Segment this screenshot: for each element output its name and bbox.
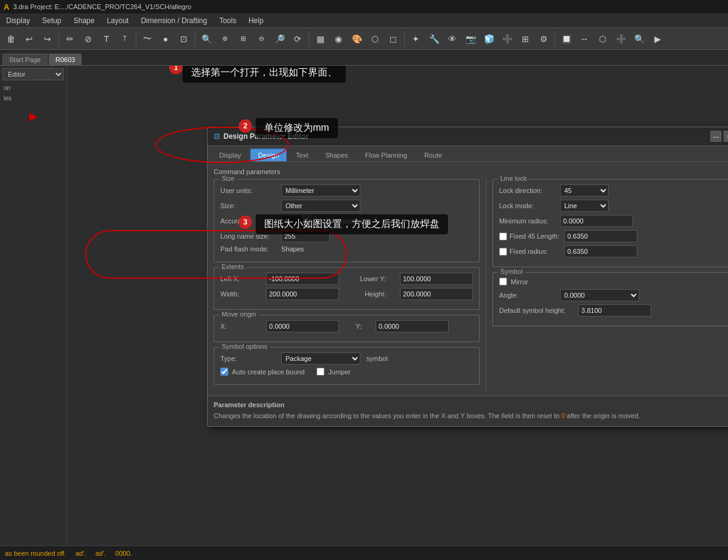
pad-flash-value: Shapes <box>281 245 304 253</box>
toolbar-zoom-fit[interactable]: ⊞ <box>234 30 251 47</box>
menu-help[interactable]: Help <box>242 15 270 26</box>
fixed45-checkbox[interactable] <box>499 233 507 240</box>
annotation-text-2: 单位修改为mm <box>256 118 338 138</box>
toolbar-frame[interactable]: 🔲 <box>558 30 575 47</box>
size-select[interactable]: Other A B <box>281 200 360 212</box>
menu-layout[interactable]: Layout <box>100 15 135 26</box>
auto-create-checkbox[interactable] <box>220 368 228 376</box>
menu-display[interactable]: Display <box>0 15 36 26</box>
extents-row-2: Width: Height: <box>220 288 473 300</box>
annotation-text-3: 图纸大小如图设置，方便之后我们放焊盘 <box>256 214 448 234</box>
sidebar-label-on: on <box>0 83 66 93</box>
width-input[interactable] <box>266 288 339 300</box>
toolbar-gear[interactable]: ⚙ <box>535 30 552 47</box>
sidebar-arrow: ▶ <box>0 103 66 129</box>
toolbar-text2[interactable]: T <box>116 30 133 47</box>
toolbar-delete[interactable]: 🗑 <box>2 30 19 47</box>
menu-setup[interactable]: Setup <box>36 15 67 26</box>
toolbar-zoom3[interactable]: 🔎 <box>271 30 288 47</box>
toolbar-3d[interactable]: 🧊 <box>480 30 497 47</box>
toolbar-rect[interactable]: ⊡ <box>175 30 192 47</box>
toolbar-text1[interactable]: T <box>98 30 115 47</box>
toolbar-refresh[interactable]: ⟳ <box>289 30 306 47</box>
sidebar-label-les: les <box>0 93 66 103</box>
default-height-input[interactable] <box>578 304 651 317</box>
toolbar-search[interactable]: 🔍 <box>631 30 648 47</box>
height-input[interactable] <box>400 288 473 300</box>
fixed45-label: Fixed 45 Length: <box>509 233 564 240</box>
toolbar-wrench[interactable]: 🔧 <box>425 30 443 47</box>
size-row: Size: Other A B <box>220 200 473 212</box>
origin-y-input[interactable] <box>376 320 449 332</box>
toolbar-arrows[interactable]: ↔ <box>576 30 593 47</box>
tab-display[interactable]: Display <box>211 149 249 161</box>
toolbar-plus2[interactable]: ➕ <box>612 30 629 47</box>
toolbar-sep-4 <box>309 32 309 46</box>
dialog-minimize[interactable]: — <box>710 131 721 142</box>
lower-y-input[interactable] <box>400 273 473 285</box>
main-content: 1 选择第一个打开，出现如下界面、 ⊡ Design Parameter Edi… <box>67 66 728 545</box>
jumper-checkbox[interactable] <box>317 368 324 376</box>
right-column: Line lock Lock direction: 45 90 Lock mod… <box>486 179 728 390</box>
toolbar-eye[interactable]: 👁 <box>444 30 461 47</box>
toolbar-pencil[interactable]: ✏ <box>61 30 79 47</box>
toolbar-zoom-out[interactable]: 🔍 <box>198 30 215 47</box>
fixed45-input[interactable] <box>564 230 637 242</box>
toolbar-camera[interactable]: 📷 <box>462 30 479 47</box>
tab-shapes[interactable]: Shapes <box>318 149 356 161</box>
user-units-select[interactable]: Millimeter Inch <box>281 184 360 197</box>
toolbar-star[interactable]: ✦ <box>407 30 424 47</box>
mirror-checkbox[interactable] <box>499 278 507 285</box>
toolbar-zoom-in[interactable]: ⊕ <box>216 30 233 47</box>
line-lock-group: Line lock Lock direction: 45 90 Lock mod… <box>492 179 728 267</box>
main-layout: Editor on les ▶ 1 选择第一个打开，出现如下界面、 ⊡ Desi… <box>0 66 728 545</box>
min-radius-input[interactable] <box>560 215 633 227</box>
menu-dimension-drafting[interactable]: Dimension / Drafting <box>135 15 213 26</box>
lock-mode-select[interactable]: Line Arc <box>560 200 609 212</box>
toolbar-sep-6 <box>555 32 555 46</box>
toolbar-zoom2[interactable]: ⊖ <box>253 30 270 47</box>
toolbar-redo[interactable]: ↪ <box>39 30 56 47</box>
tab-route[interactable]: Route <box>416 149 450 161</box>
desc-before: Changes the location of the drawing acco… <box>214 412 559 419</box>
toolbar-square[interactable]: ◻ <box>385 30 402 47</box>
user-units-row: User units: Millimeter Inch <box>220 184 473 197</box>
toolbar-sep-2 <box>136 32 136 46</box>
toolbar-target[interactable]: ◉ <box>330 30 347 47</box>
tab-start-page[interactable]: Start Page <box>2 54 47 65</box>
toolbar-cross[interactable]: ⊞ <box>517 30 534 47</box>
lower-y-label: Lower Y: <box>348 275 391 282</box>
app-icon: A <box>4 2 9 12</box>
fixed-radius-label: Fixed radius: <box>509 248 564 255</box>
fixed-radius-input[interactable] <box>564 245 637 257</box>
auto-create-row: Auto create place bound <box>220 368 304 376</box>
dialog-content: Command parameters Size User units: Mill… <box>208 162 728 396</box>
tab-r0603[interactable]: R0603 <box>49 54 82 65</box>
tab-flow-planning[interactable]: Flow Planning <box>357 149 415 161</box>
dialog-maximize[interactable]: □ <box>724 131 728 142</box>
toolbar-wave[interactable]: 〜 <box>139 30 156 47</box>
origin-x-input[interactable] <box>266 320 339 332</box>
toolbar-cancel[interactable]: ⊘ <box>80 30 97 47</box>
toolbar-plus[interactable]: ➕ <box>499 30 516 47</box>
type-select[interactable]: Package Module <box>281 352 360 365</box>
toolbar-grid[interactable]: ▦ <box>312 30 329 47</box>
callout-1: 1 <box>169 66 183 74</box>
toolbar-hex[interactable]: ⬡ <box>366 30 383 47</box>
toolbar-color[interactable]: 🎨 <box>348 30 365 47</box>
toolbar-hex2[interactable]: ⬡ <box>594 30 611 47</box>
toolbar-circle[interactable]: ● <box>157 30 174 47</box>
menu-shape[interactable]: Shape <box>68 15 101 26</box>
editor-dropdown[interactable]: Editor <box>2 68 64 80</box>
lock-direction-select[interactable]: 45 90 <box>560 184 609 197</box>
toolbar-play[interactable]: ▶ <box>649 30 666 47</box>
menu-bar: Display Setup Shape Layout Dimension / D… <box>0 13 728 28</box>
pad-flash-label: Pad flash mode: <box>220 245 281 253</box>
left-x-input[interactable] <box>266 273 339 285</box>
fixed-radius-checkbox[interactable] <box>499 248 507 256</box>
tab-text[interactable]: Text <box>288 149 316 161</box>
menu-tools[interactable]: Tools <box>213 15 242 26</box>
tab-design[interactable]: Design <box>250 149 287 161</box>
angle-select[interactable]: 0.0000 90.0000 <box>560 289 639 301</box>
toolbar-undo[interactable]: ↩ <box>21 30 38 47</box>
